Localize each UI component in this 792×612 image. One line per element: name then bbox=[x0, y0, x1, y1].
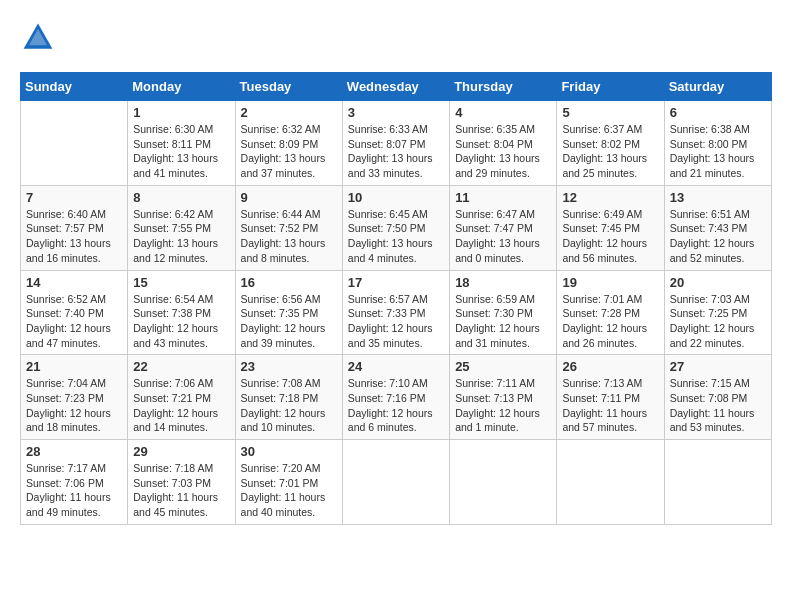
day-detail: Sunrise: 6:42 AMSunset: 7:55 PMDaylight:… bbox=[133, 207, 229, 266]
day-detail: Sunrise: 6:44 AMSunset: 7:52 PMDaylight:… bbox=[241, 207, 337, 266]
day-number: 12 bbox=[562, 190, 658, 205]
day-detail: Sunrise: 6:59 AMSunset: 7:30 PMDaylight:… bbox=[455, 292, 551, 351]
day-cell bbox=[450, 440, 557, 525]
day-cell: 10Sunrise: 6:45 AMSunset: 7:50 PMDayligh… bbox=[342, 185, 449, 270]
day-detail: Sunrise: 7:10 AMSunset: 7:16 PMDaylight:… bbox=[348, 376, 444, 435]
col-header-monday: Monday bbox=[128, 73, 235, 101]
day-number: 14 bbox=[26, 275, 122, 290]
day-cell: 23Sunrise: 7:08 AMSunset: 7:18 PMDayligh… bbox=[235, 355, 342, 440]
day-cell: 21Sunrise: 7:04 AMSunset: 7:23 PMDayligh… bbox=[21, 355, 128, 440]
col-header-tuesday: Tuesday bbox=[235, 73, 342, 101]
day-cell: 20Sunrise: 7:03 AMSunset: 7:25 PMDayligh… bbox=[664, 270, 771, 355]
day-detail: Sunrise: 7:17 AMSunset: 7:06 PMDaylight:… bbox=[26, 461, 122, 520]
day-cell bbox=[664, 440, 771, 525]
day-number: 9 bbox=[241, 190, 337, 205]
day-cell: 3Sunrise: 6:33 AMSunset: 8:07 PMDaylight… bbox=[342, 101, 449, 186]
page-header bbox=[20, 20, 772, 56]
day-number: 8 bbox=[133, 190, 229, 205]
day-cell: 1Sunrise: 6:30 AMSunset: 8:11 PMDaylight… bbox=[128, 101, 235, 186]
day-cell: 17Sunrise: 6:57 AMSunset: 7:33 PMDayligh… bbox=[342, 270, 449, 355]
day-detail: Sunrise: 7:04 AMSunset: 7:23 PMDaylight:… bbox=[26, 376, 122, 435]
day-cell: 4Sunrise: 6:35 AMSunset: 8:04 PMDaylight… bbox=[450, 101, 557, 186]
day-detail: Sunrise: 6:33 AMSunset: 8:07 PMDaylight:… bbox=[348, 122, 444, 181]
day-detail: Sunrise: 7:13 AMSunset: 7:11 PMDaylight:… bbox=[562, 376, 658, 435]
day-detail: Sunrise: 7:18 AMSunset: 7:03 PMDaylight:… bbox=[133, 461, 229, 520]
day-detail: Sunrise: 6:47 AMSunset: 7:47 PMDaylight:… bbox=[455, 207, 551, 266]
day-detail: Sunrise: 7:08 AMSunset: 7:18 PMDaylight:… bbox=[241, 376, 337, 435]
day-number: 17 bbox=[348, 275, 444, 290]
day-number: 7 bbox=[26, 190, 122, 205]
day-cell: 12Sunrise: 6:49 AMSunset: 7:45 PMDayligh… bbox=[557, 185, 664, 270]
day-detail: Sunrise: 7:06 AMSunset: 7:21 PMDaylight:… bbox=[133, 376, 229, 435]
logo bbox=[20, 20, 62, 56]
day-detail: Sunrise: 6:37 AMSunset: 8:02 PMDaylight:… bbox=[562, 122, 658, 181]
day-cell bbox=[21, 101, 128, 186]
day-cell: 29Sunrise: 7:18 AMSunset: 7:03 PMDayligh… bbox=[128, 440, 235, 525]
calendar-table: SundayMondayTuesdayWednesdayThursdayFrid… bbox=[20, 72, 772, 525]
day-detail: Sunrise: 6:54 AMSunset: 7:38 PMDaylight:… bbox=[133, 292, 229, 351]
day-cell: 19Sunrise: 7:01 AMSunset: 7:28 PMDayligh… bbox=[557, 270, 664, 355]
day-cell: 30Sunrise: 7:20 AMSunset: 7:01 PMDayligh… bbox=[235, 440, 342, 525]
day-number: 21 bbox=[26, 359, 122, 374]
day-cell: 5Sunrise: 6:37 AMSunset: 8:02 PMDaylight… bbox=[557, 101, 664, 186]
day-number: 2 bbox=[241, 105, 337, 120]
day-detail: Sunrise: 6:38 AMSunset: 8:00 PMDaylight:… bbox=[670, 122, 766, 181]
week-row-3: 14Sunrise: 6:52 AMSunset: 7:40 PMDayligh… bbox=[21, 270, 772, 355]
day-number: 13 bbox=[670, 190, 766, 205]
day-number: 6 bbox=[670, 105, 766, 120]
day-detail: Sunrise: 6:57 AMSunset: 7:33 PMDaylight:… bbox=[348, 292, 444, 351]
day-number: 28 bbox=[26, 444, 122, 459]
day-number: 23 bbox=[241, 359, 337, 374]
day-number: 5 bbox=[562, 105, 658, 120]
day-number: 18 bbox=[455, 275, 551, 290]
day-detail: Sunrise: 6:49 AMSunset: 7:45 PMDaylight:… bbox=[562, 207, 658, 266]
day-cell: 16Sunrise: 6:56 AMSunset: 7:35 PMDayligh… bbox=[235, 270, 342, 355]
day-cell: 24Sunrise: 7:10 AMSunset: 7:16 PMDayligh… bbox=[342, 355, 449, 440]
day-detail: Sunrise: 6:51 AMSunset: 7:43 PMDaylight:… bbox=[670, 207, 766, 266]
day-detail: Sunrise: 6:56 AMSunset: 7:35 PMDaylight:… bbox=[241, 292, 337, 351]
col-header-wednesday: Wednesday bbox=[342, 73, 449, 101]
day-number: 30 bbox=[241, 444, 337, 459]
day-cell: 2Sunrise: 6:32 AMSunset: 8:09 PMDaylight… bbox=[235, 101, 342, 186]
day-cell: 15Sunrise: 6:54 AMSunset: 7:38 PMDayligh… bbox=[128, 270, 235, 355]
day-number: 4 bbox=[455, 105, 551, 120]
day-detail: Sunrise: 7:20 AMSunset: 7:01 PMDaylight:… bbox=[241, 461, 337, 520]
week-row-4: 21Sunrise: 7:04 AMSunset: 7:23 PMDayligh… bbox=[21, 355, 772, 440]
day-detail: Sunrise: 7:01 AMSunset: 7:28 PMDaylight:… bbox=[562, 292, 658, 351]
day-number: 3 bbox=[348, 105, 444, 120]
day-cell: 9Sunrise: 6:44 AMSunset: 7:52 PMDaylight… bbox=[235, 185, 342, 270]
day-number: 29 bbox=[133, 444, 229, 459]
day-number: 22 bbox=[133, 359, 229, 374]
col-header-thursday: Thursday bbox=[450, 73, 557, 101]
day-number: 25 bbox=[455, 359, 551, 374]
day-number: 11 bbox=[455, 190, 551, 205]
day-detail: Sunrise: 6:30 AMSunset: 8:11 PMDaylight:… bbox=[133, 122, 229, 181]
day-detail: Sunrise: 6:45 AMSunset: 7:50 PMDaylight:… bbox=[348, 207, 444, 266]
day-detail: Sunrise: 6:32 AMSunset: 8:09 PMDaylight:… bbox=[241, 122, 337, 181]
day-detail: Sunrise: 6:35 AMSunset: 8:04 PMDaylight:… bbox=[455, 122, 551, 181]
header-row: SundayMondayTuesdayWednesdayThursdayFrid… bbox=[21, 73, 772, 101]
week-row-5: 28Sunrise: 7:17 AMSunset: 7:06 PMDayligh… bbox=[21, 440, 772, 525]
day-detail: Sunrise: 6:40 AMSunset: 7:57 PMDaylight:… bbox=[26, 207, 122, 266]
day-number: 26 bbox=[562, 359, 658, 374]
day-number: 19 bbox=[562, 275, 658, 290]
day-cell: 28Sunrise: 7:17 AMSunset: 7:06 PMDayligh… bbox=[21, 440, 128, 525]
day-cell: 26Sunrise: 7:13 AMSunset: 7:11 PMDayligh… bbox=[557, 355, 664, 440]
week-row-2: 7Sunrise: 6:40 AMSunset: 7:57 PMDaylight… bbox=[21, 185, 772, 270]
day-detail: Sunrise: 6:52 AMSunset: 7:40 PMDaylight:… bbox=[26, 292, 122, 351]
col-header-sunday: Sunday bbox=[21, 73, 128, 101]
day-cell bbox=[557, 440, 664, 525]
day-number: 10 bbox=[348, 190, 444, 205]
day-number: 1 bbox=[133, 105, 229, 120]
day-cell: 14Sunrise: 6:52 AMSunset: 7:40 PMDayligh… bbox=[21, 270, 128, 355]
day-detail: Sunrise: 7:11 AMSunset: 7:13 PMDaylight:… bbox=[455, 376, 551, 435]
day-detail: Sunrise: 7:03 AMSunset: 7:25 PMDaylight:… bbox=[670, 292, 766, 351]
day-number: 16 bbox=[241, 275, 337, 290]
day-cell: 8Sunrise: 6:42 AMSunset: 7:55 PMDaylight… bbox=[128, 185, 235, 270]
day-cell: 25Sunrise: 7:11 AMSunset: 7:13 PMDayligh… bbox=[450, 355, 557, 440]
col-header-friday: Friday bbox=[557, 73, 664, 101]
day-number: 27 bbox=[670, 359, 766, 374]
day-number: 20 bbox=[670, 275, 766, 290]
day-cell: 7Sunrise: 6:40 AMSunset: 7:57 PMDaylight… bbox=[21, 185, 128, 270]
day-number: 24 bbox=[348, 359, 444, 374]
